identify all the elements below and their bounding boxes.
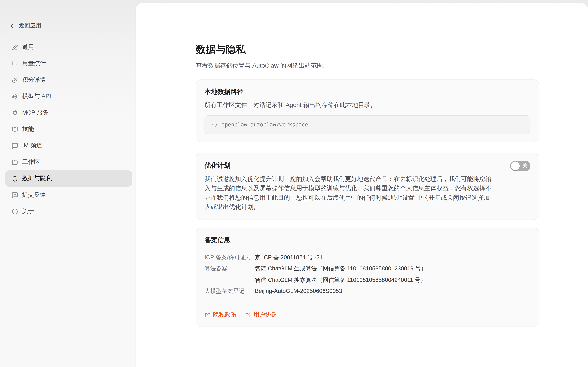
sidebar-item-label: MCP 服务 (22, 109, 49, 117)
link-label: 隐私政策 (213, 311, 237, 319)
optimization-plan-toggle[interactable]: 关 (510, 160, 530, 171)
filing-rows: ICP 备案/许可证号京 ICP 备 20011824 号 -21算法备案智谱 … (204, 251, 530, 297)
pencil-icon (11, 44, 18, 51)
filing-info-title: 备案信息 (204, 235, 530, 245)
info-circle-icon (11, 208, 18, 215)
filing-row: 大模型备案登记Beijing-AutoGLM-20250606S0053 (204, 285, 530, 297)
filing-row: 算法备案智谱 ChatGLM 生成算法（网信算备 110108105858001… (204, 263, 530, 285)
divider (204, 303, 530, 303)
filing-row: ICP 备案/许可证号京 ICP 备 20011824 号 -21 (204, 251, 530, 263)
toggle-knob (511, 161, 520, 170)
sidebar-item-提交反馈[interactable]: 提交反馈 (5, 187, 132, 203)
filing-links: 隐私政策用户协议 (204, 311, 530, 319)
message-square-icon (11, 142, 18, 149)
back-button-label: 返回应用 (19, 22, 41, 29)
filing-row-value: Beijing-AutoGLM-20250606S0053 (255, 285, 342, 297)
filing-row-label: 算法备案 (204, 263, 255, 285)
filing-info-card: 备案信息 ICP 备案/许可证号京 ICP 备 20011824 号 -21算法… (196, 227, 539, 327)
sidebar-item-label: 技能 (22, 125, 34, 133)
main-panel: 数据与隐私 查看数据存储位置与 AutoClaw 的网络出站范围。 本地数据路径… (136, 3, 588, 367)
sidebar-item-label: 模型与 API (22, 92, 51, 100)
external-link-icon (204, 312, 210, 318)
toggle-state-label: 关 (522, 163, 527, 168)
link-用户协议[interactable]: 用户协议 (245, 311, 277, 319)
sidebar-item-技能[interactable]: 技能 (5, 121, 132, 137)
sidebar-item-模型与 API[interactable]: 模型与 API (5, 88, 132, 105)
stage: 返回应用 通用用量统计积分详情模型与 APIMCP 服务技能IM 频道工作区数据… (0, 0, 588, 367)
folder-icon (11, 159, 18, 166)
arrow-left-icon (10, 23, 16, 29)
coins-icon (11, 76, 18, 83)
local-data-path-title: 本地数据路径 (204, 87, 530, 97)
sidebar-item-label: 提交反馈 (22, 191, 46, 199)
sidebar-item-label: 用量统计 (22, 59, 46, 68)
sidebar-item-工作区[interactable]: 工作区 (5, 154, 132, 170)
filing-row-value: 智谱 ChatGLM 生成算法（网信算备 1101081058580012300… (255, 263, 427, 274)
sidebar-item-关于[interactable]: 关于 (5, 203, 132, 220)
plug-icon (11, 109, 18, 117)
sidebar-item-IM 频道[interactable]: IM 频道 (5, 137, 132, 154)
sidebar-item-label: 工作区 (22, 158, 40, 166)
page-subtitle: 查看数据存储位置与 AutoClaw 的网络出站范围。 (196, 61, 539, 70)
chip-icon (11, 93, 18, 100)
optimization-plan-card: 优化计划 关 我们诚邀您加入优化提升计划，您的加入会帮助我们更好地迭代产品：在去… (196, 153, 539, 220)
page-title: 数据与隐私 (196, 43, 539, 56)
filing-row-values: 京 ICP 备 20011824 号 -21 (255, 251, 323, 263)
message-square-plus-icon (11, 192, 18, 198)
content-column: 数据与隐私 查看数据存储位置与 AutoClaw 的网络出站范围。 本地数据路径… (196, 3, 539, 327)
optimization-plan-description: 我们诚邀您加入优化提升计划，您的加入会帮助我们更好地迭代产品：在去标识化处理后，… (204, 174, 491, 212)
sidebar-nav: 通用用量统计积分详情模型与 APIMCP 服务技能IM 频道工作区数据与隐私提交… (5, 39, 132, 219)
sidebar-item-label: 积分详情 (22, 76, 46, 84)
sidebar-item-label: 通用 (22, 43, 34, 51)
filing-row-values: 智谱 ChatGLM 生成算法（网信算备 1101081058580012300… (255, 263, 427, 285)
filing-row-values: Beijing-AutoGLM-20250606S0053 (255, 285, 342, 297)
sidebar-item-积分详情[interactable]: 积分详情 (5, 72, 132, 88)
workspace-path-field[interactable]: ~/.openclaw-autoclaw/workspace (204, 115, 530, 134)
sidebar-item-MCP 服务[interactable]: MCP 服务 (5, 105, 132, 121)
settings-page: 返回应用 通用用量统计积分详情模型与 APIMCP 服务技能IM 频道工作区数据… (0, 0, 588, 367)
sidebar: 返回应用 通用用量统计积分详情模型与 APIMCP 服务技能IM 频道工作区数据… (0, 0, 136, 367)
book-open-icon (11, 126, 18, 133)
sidebar-item-label: 数据与隐私 (22, 175, 52, 183)
sidebar-item-数据与隐私[interactable]: 数据与隐私 (5, 170, 132, 187)
workspace-path-value: ~/.openclaw-autoclaw/workspace (212, 122, 308, 128)
link-label: 用户协议 (253, 311, 277, 319)
sidebar-item-label: 关于 (22, 207, 34, 215)
link-隐私政策[interactable]: 隐私政策 (204, 311, 237, 319)
optimization-plan-title: 优化计划 (204, 161, 231, 170)
filing-row-label: ICP 备案/许可证号 (204, 251, 255, 263)
bar-chart-icon (11, 60, 18, 67)
sidebar-item-用量统计[interactable]: 用量统计 (5, 55, 132, 72)
local-data-path-description: 所有工作区文件、对话记录和 Agent 输出均存储在此本地目录。 (204, 100, 530, 110)
external-link-icon (245, 312, 251, 318)
sidebar-item-通用[interactable]: 通用 (5, 39, 132, 55)
filing-row-value: 智谱 ChatGLM 搜索算法（网信算备 1101081058580042400… (255, 274, 427, 285)
sidebar-item-label: IM 频道 (22, 142, 42, 150)
back-button[interactable]: 返回应用 (10, 22, 41, 29)
shield-icon (11, 175, 18, 182)
local-data-path-card: 本地数据路径 所有工作区文件、对话记录和 Agent 输出均存储在此本地目录。 … (196, 79, 539, 142)
filing-row-value: 京 ICP 备 20011824 号 -21 (255, 251, 323, 263)
filing-row-label: 大模型备案登记 (204, 285, 255, 297)
